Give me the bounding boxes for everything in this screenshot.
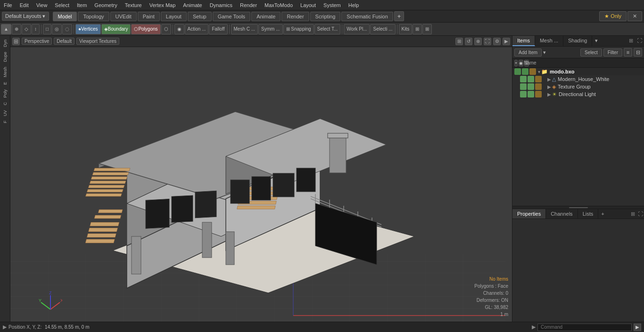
sidebar-item-f[interactable]: F: [2, 119, 8, 125]
vp-icon-rotate[interactable]: ↺: [465, 38, 472, 45]
command-arrow[interactable]: ▶: [532, 324, 536, 330]
tool-work-plane[interactable]: Work Pl...: [344, 24, 370, 34]
menu-item-maxtomodo[interactable]: MaxToModo: [261, 1, 297, 9]
tab-layout[interactable]: Layout: [161, 12, 187, 21]
menu-item-system[interactable]: System: [320, 1, 345, 9]
item-vis2-mesh[interactable]: [528, 76, 534, 82]
menu-item-file[interactable]: File: [0, 1, 16, 9]
props-maximize-btn[interactable]: ⛶: [636, 210, 644, 218]
props-tab-plus[interactable]: +: [598, 209, 607, 219]
item-row-mesh[interactable]: ▶ △ Modern_House_White: [512, 75, 644, 83]
vp-icon-settings[interactable]: ⚙: [493, 38, 501, 45]
sidebar-item-dupe[interactable]: Dupe: [2, 50, 8, 64]
tool-action-center[interactable]: ◉: [174, 24, 184, 34]
vp-icon-more[interactable]: ▶: [503, 38, 510, 45]
tool-view1[interactable]: ⊞: [413, 24, 422, 34]
sidebar-item-uv[interactable]: UV: [2, 108, 8, 118]
item-vis3-root[interactable]: [529, 68, 536, 75]
menu-item-view[interactable]: View: [33, 1, 51, 9]
command-input[interactable]: [537, 324, 632, 331]
viewport-canvas[interactable]: 2 X Y Z No Items Polygons : Face Channel…: [10, 47, 512, 322]
layout-plus-btn[interactable]: +: [394, 11, 405, 21]
tab-topology[interactable]: Topology: [78, 12, 109, 21]
tab-model[interactable]: Model: [53, 12, 77, 21]
tool-origin[interactable]: ⊕: [12, 24, 21, 34]
menu-item-dynamics[interactable]: Dynamics: [206, 1, 236, 9]
tool-view2[interactable]: ⊞: [422, 24, 432, 34]
sidebar-item-mesh[interactable]: Mesh: [2, 65, 8, 79]
menu-item-vertexmap[interactable]: Vertex Map: [146, 1, 180, 9]
tab-render[interactable]: Render: [281, 12, 309, 21]
tab-animate[interactable]: Animate: [251, 12, 281, 21]
tool-boundary-btn[interactable]: ◈ Boundary: [101, 24, 131, 34]
panel-resize-btn[interactable]: ⊞: [627, 36, 635, 46]
vp-default-btn[interactable]: Default: [54, 38, 74, 45]
props-resize-btn[interactable]: ⊞: [629, 210, 636, 218]
item-vis2-light[interactable]: [528, 91, 534, 97]
item-vis-light[interactable]: [520, 91, 527, 97]
items-select-btn[interactable]: Select: [580, 49, 602, 57]
items-toolbar-icon1[interactable]: ≡: [624, 48, 632, 57]
tab-uvedit[interactable]: UVEdit: [110, 12, 137, 21]
menu-item-item[interactable]: Item: [73, 1, 91, 9]
tool-falloff[interactable]: Falloff: [209, 24, 227, 34]
default-layouts-dropdown[interactable]: Default Layouts ▾: [2, 12, 49, 21]
tab-schematic-fusion[interactable]: Schematic Fusion: [341, 12, 393, 21]
tool-poly-type[interactable]: ⬡: [161, 24, 171, 34]
item-vis-root[interactable]: [514, 68, 521, 75]
item-vis-texgrp[interactable]: [520, 83, 527, 90]
items-tab-shading[interactable]: Shading: [563, 36, 592, 46]
tool-polygons-btn[interactable]: ⬡ Polygons: [131, 24, 160, 34]
vp-icon-fullscreen[interactable]: ⛶: [484, 38, 491, 45]
tool-symmetry[interactable]: Symm ...: [258, 24, 282, 34]
item-vis2-root[interactable]: [522, 68, 528, 75]
tool-vertices-btn[interactable]: ● Vertices: [75, 24, 101, 34]
props-tab-channels[interactable]: Channels: [546, 209, 578, 219]
menu-item-geometry[interactable]: Geometry: [91, 1, 121, 9]
sidebar-item-c[interactable]: C: [2, 100, 8, 107]
item-vis3-mesh[interactable]: [535, 76, 542, 82]
item-vis3-texgrp[interactable]: [535, 83, 542, 90]
tool-select-tool[interactable]: Select T...: [314, 24, 341, 34]
tab-setup[interactable]: Setup: [188, 12, 212, 21]
tool-select-lasso[interactable]: ◌: [62, 24, 72, 34]
vp-textures-btn[interactable]: Viewport Textures: [76, 38, 119, 45]
add-item-chevron[interactable]: ▾: [543, 49, 546, 56]
tool-select-rect[interactable]: □: [43, 24, 51, 34]
tab-scripting[interactable]: Scripting: [310, 12, 341, 21]
items-tab-mesh[interactable]: Mesh ...: [535, 36, 563, 46]
items-tab-items[interactable]: Items: [512, 36, 535, 46]
sidebar-item-poly[interactable]: Poly: [2, 88, 8, 100]
tab-paint[interactable]: Paint: [138, 12, 160, 21]
menu-item-layout[interactable]: Layout: [297, 1, 320, 9]
tool-mesh-constraint[interactable]: Mesh C ...: [231, 24, 258, 34]
layout-close-btn[interactable]: ✕: [627, 11, 642, 21]
item-row-light[interactable]: ▶ ☀ Directional Light: [512, 90, 644, 98]
sidebar-item-e[interactable]: E: [2, 80, 8, 87]
menu-item-texture[interactable]: Texture: [121, 1, 146, 9]
vp-expand-btn[interactable]: ⊞: [12, 38, 20, 45]
tool-move[interactable]: ↕: [32, 24, 40, 34]
vp-icon-zoom[interactable]: ⊕: [474, 38, 482, 45]
tab-game-tools[interactable]: Game Tools: [213, 12, 251, 21]
item-vis3-light[interactable]: [535, 91, 542, 97]
tool-action-menu[interactable]: Action ...: [185, 24, 209, 34]
command-submit-btn[interactable]: ▶: [634, 324, 641, 331]
vp-icon-fit[interactable]: ⊞: [455, 38, 463, 45]
menu-item-animate[interactable]: Animate: [179, 1, 206, 9]
star-only-btn[interactable]: ★ Only: [599, 11, 627, 21]
item-row-texgrp[interactable]: ▶ ◈ Texture Group: [512, 83, 644, 90]
props-tab-lists[interactable]: Lists: [578, 209, 599, 219]
add-item-btn[interactable]: Add Item: [514, 49, 542, 57]
tool-select-transform[interactable]: ▲: [1, 24, 11, 34]
menu-item-edit[interactable]: Edit: [16, 1, 33, 9]
props-tab-properties[interactable]: Properties: [512, 209, 546, 219]
eye-icon[interactable]: +: [514, 60, 518, 66]
menu-item-render[interactable]: Render: [236, 1, 261, 9]
menu-item-select[interactable]: Select: [51, 1, 73, 9]
item-row-root[interactable]: ▾ 📁 modo.bxo: [512, 68, 644, 75]
items-toolbar-icon2[interactable]: ⊟: [634, 48, 642, 57]
items-tab-chevron[interactable]: ▾: [592, 36, 601, 46]
vp-perspective-btn[interactable]: Perspective: [22, 38, 52, 45]
tool-kits[interactable]: Kits: [399, 24, 413, 34]
